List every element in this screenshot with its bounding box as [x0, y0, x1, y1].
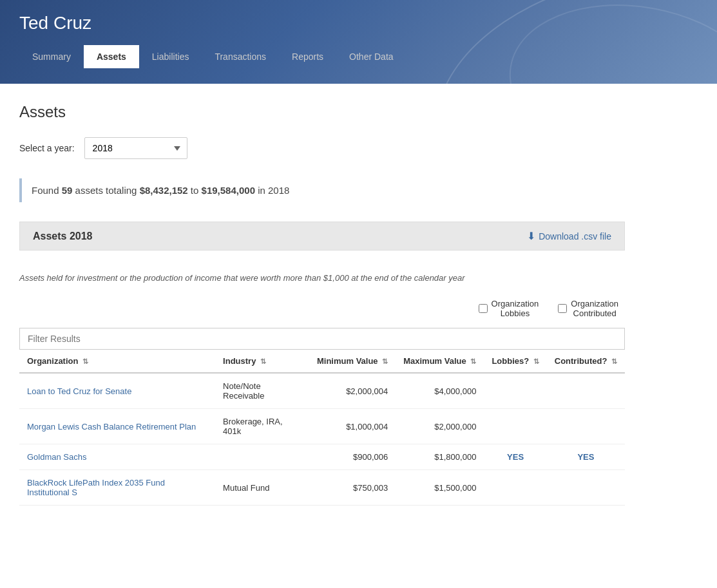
page-title: Ted Cruz — [19, 13, 698, 33]
year-select-row: Select a year: 20142015201620172018 — [19, 137, 625, 159]
cell-lobbies: YES — [484, 444, 546, 470]
table-header-row: Organization ⇅ Industry ⇅ Minimum Value … — [19, 350, 625, 373]
assets-table: Organization ⇅ Industry ⇅ Minimum Value … — [19, 350, 625, 506]
assets-title: Assets — [19, 103, 625, 121]
nav-tab-transactions[interactable]: Transactions — [202, 45, 279, 68]
cell-min-value: $900,006 — [309, 444, 396, 470]
page-header: Ted Cruz SummaryAssetsLiabilitiesTransac… — [0, 0, 717, 84]
filter-checkboxes: OrganizationLobbies OrganizationContribu… — [19, 299, 625, 318]
cell-min-value: $2,000,004 — [309, 373, 396, 409]
cell-industry: Brokerage, IRA, 401k — [215, 409, 309, 444]
table-row: BlackRock LifePath Index 2035 Fund Insti… — [19, 470, 625, 506]
filter-input[interactable] — [19, 328, 625, 350]
cell-lobbies — [484, 470, 546, 506]
nav-tab-reports[interactable]: Reports — [279, 45, 336, 68]
org-contributed-label: OrganizationContributed — [571, 299, 618, 318]
sort-icon-org: ⇅ — [82, 357, 88, 365]
table-section: Assets 2018 ⬇ Download .csv file — [19, 222, 625, 251]
summary-bar: Found 59 assets totaling $8,432,152 to $… — [19, 178, 625, 202]
summary-suffix: in 2018 — [255, 185, 289, 196]
download-icon: ⬇ — [527, 230, 535, 242]
nav-tab-liabilities[interactable]: Liabilities — [139, 45, 202, 68]
cell-industry: Mutual Fund — [215, 470, 309, 506]
lobbies-yes-badge: YES — [507, 452, 524, 462]
cell-contributed: YES — [547, 444, 625, 470]
org-link[interactable]: Loan to Ted Cruz for Senate — [27, 386, 131, 396]
download-label: Download .csv file — [539, 231, 611, 242]
summary-to: to — [188, 185, 202, 196]
org-link[interactable]: Goldman Sachs — [27, 452, 87, 462]
sort-icon-lobbies: ⇅ — [533, 357, 539, 365]
sort-icon-min: ⇅ — [382, 357, 388, 365]
cell-organization: BlackRock LifePath Index 2035 Fund Insti… — [19, 470, 215, 506]
table-head: Organization ⇅ Industry ⇅ Minimum Value … — [19, 350, 625, 373]
summary-count: 59 — [62, 185, 73, 196]
summary-min: $8,432,152 — [140, 185, 188, 196]
cell-contributed — [547, 373, 625, 409]
download-csv-link[interactable]: ⬇ Download .csv file — [527, 230, 611, 242]
org-lobbies-checkbox-label[interactable]: OrganizationLobbies — [479, 299, 539, 318]
cell-lobbies — [484, 409, 546, 444]
cell-organization: Morgan Lewis Cash Balance Retirement Pla… — [19, 409, 215, 444]
col-header-lobbies[interactable]: Lobbies? ⇅ — [484, 350, 546, 373]
summary-max: $19,584,000 — [202, 185, 255, 196]
col-header-contributed[interactable]: Contributed? ⇅ — [547, 350, 625, 373]
org-lobbies-label: OrganizationLobbies — [492, 299, 539, 318]
col-header-max-value[interactable]: Maximum Value ⇅ — [396, 350, 484, 373]
summary-mid: assets totaling — [72, 185, 139, 196]
org-lobbies-checkbox[interactable] — [479, 304, 488, 313]
cell-min-value: $1,000,004 — [309, 409, 396, 444]
sort-icon-contributed: ⇅ — [611, 357, 617, 365]
org-link[interactable]: Morgan Lewis Cash Balance Retirement Pla… — [27, 422, 196, 432]
contributed-yes-badge: YES — [577, 452, 594, 462]
sort-icon-industry: ⇅ — [260, 357, 266, 365]
table-body: Loan to Ted Cruz for SenateNote/Note Rec… — [19, 373, 625, 506]
navigation: SummaryAssetsLiabilitiesTransactionsRepo… — [19, 45, 698, 68]
nav-tab-assets[interactable]: Assets — [84, 45, 139, 68]
cell-contributed — [547, 409, 625, 444]
table-row: Loan to Ted Cruz for SenateNote/Note Rec… — [19, 373, 625, 409]
table-section-title: Assets 2018 — [33, 231, 93, 242]
org-link[interactable]: BlackRock LifePath Index 2035 Fund Insti… — [27, 478, 165, 497]
org-contributed-checkbox-label[interactable]: OrganizationContributed — [558, 299, 618, 318]
cell-min-value: $750,003 — [309, 470, 396, 506]
summary-found-prefix: Found — [32, 185, 62, 196]
cell-lobbies — [484, 373, 546, 409]
org-contributed-checkbox[interactable] — [558, 304, 567, 313]
col-header-min-value[interactable]: Minimum Value ⇅ — [309, 350, 396, 373]
col-header-industry[interactable]: Industry ⇅ — [215, 350, 309, 373]
table-row: Goldman Sachs$900,006$1,800,000YESYES — [19, 444, 625, 470]
cell-organization: Goldman Sachs — [19, 444, 215, 470]
nav-tab-other-data[interactable]: Other Data — [336, 45, 406, 68]
cell-industry — [215, 444, 309, 470]
cell-organization: Loan to Ted Cruz for Senate — [19, 373, 215, 409]
cell-industry: Note/Note Receivable — [215, 373, 309, 409]
table-row: Morgan Lewis Cash Balance Retirement Pla… — [19, 409, 625, 444]
cell-max-value: $2,000,000 — [396, 409, 484, 444]
table-header: Assets 2018 ⬇ Download .csv file — [20, 222, 624, 250]
cell-max-value: $4,000,000 — [396, 373, 484, 409]
sort-icon-max: ⇅ — [470, 357, 476, 365]
year-select-label: Select a year: — [19, 143, 75, 153]
year-select[interactable]: 20142015201620172018 — [84, 137, 187, 159]
cell-contributed — [547, 470, 625, 506]
description-text: Assets held for investment or the produc… — [19, 263, 625, 292]
cell-max-value: $1,800,000 — [396, 444, 484, 470]
cell-max-value: $1,500,000 — [396, 470, 484, 506]
nav-tab-summary[interactable]: Summary — [19, 45, 84, 68]
col-header-organization[interactable]: Organization ⇅ — [19, 350, 215, 373]
main-content: Assets Select a year: 201420152016201720… — [0, 84, 644, 525]
